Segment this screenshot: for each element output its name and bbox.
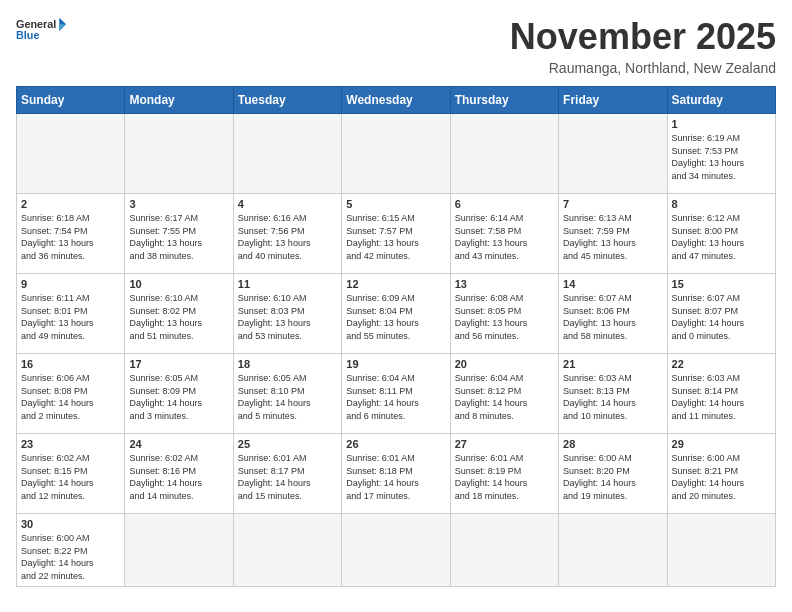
calendar-cell: 24Sunrise: 6:02 AM Sunset: 8:16 PM Dayli… [125,434,233,514]
calendar-cell: 1Sunrise: 6:19 AM Sunset: 7:53 PM Daylig… [667,114,775,194]
calendar-cell [667,514,775,587]
day-info: Sunrise: 6:07 AM Sunset: 8:07 PM Dayligh… [672,292,771,342]
logo: General Blue [16,16,66,46]
calendar-cell: 7Sunrise: 6:13 AM Sunset: 7:59 PM Daylig… [559,194,667,274]
header-friday: Friday [559,87,667,114]
day-info: Sunrise: 6:04 AM Sunset: 8:11 PM Dayligh… [346,372,445,422]
day-info: Sunrise: 6:01 AM Sunset: 8:19 PM Dayligh… [455,452,554,502]
day-info: Sunrise: 6:04 AM Sunset: 8:12 PM Dayligh… [455,372,554,422]
day-number: 30 [21,518,120,530]
calendar-cell: 11Sunrise: 6:10 AM Sunset: 8:03 PM Dayli… [233,274,341,354]
svg-text:General: General [16,18,56,30]
calendar-cell: 8Sunrise: 6:12 AM Sunset: 8:00 PM Daylig… [667,194,775,274]
calendar-cell: 5Sunrise: 6:15 AM Sunset: 7:57 PM Daylig… [342,194,450,274]
header-sunday: Sunday [17,87,125,114]
calendar-cell [342,514,450,587]
logo-icon: General Blue [16,16,66,46]
day-info: Sunrise: 6:07 AM Sunset: 8:06 PM Dayligh… [563,292,662,342]
day-number: 25 [238,438,337,450]
calendar-cell [450,514,558,587]
calendar-cell: 28Sunrise: 6:00 AM Sunset: 8:20 PM Dayli… [559,434,667,514]
calendar-cell [17,114,125,194]
day-number: 17 [129,358,228,370]
day-info: Sunrise: 6:11 AM Sunset: 8:01 PM Dayligh… [21,292,120,342]
day-info: Sunrise: 6:02 AM Sunset: 8:16 PM Dayligh… [129,452,228,502]
day-info: Sunrise: 6:13 AM Sunset: 7:59 PM Dayligh… [563,212,662,262]
calendar: SundayMondayTuesdayWednesdayThursdayFrid… [16,86,776,587]
calendar-cell: 10Sunrise: 6:10 AM Sunset: 8:02 PM Dayli… [125,274,233,354]
day-info: Sunrise: 6:19 AM Sunset: 7:53 PM Dayligh… [672,132,771,182]
svg-text:Blue: Blue [16,29,39,41]
day-number: 23 [21,438,120,450]
calendar-cell: 9Sunrise: 6:11 AM Sunset: 8:01 PM Daylig… [17,274,125,354]
week-row-2: 2Sunrise: 6:18 AM Sunset: 7:54 PM Daylig… [17,194,776,274]
calendar-cell [233,514,341,587]
calendar-cell: 19Sunrise: 6:04 AM Sunset: 8:11 PM Dayli… [342,354,450,434]
day-info: Sunrise: 6:02 AM Sunset: 8:15 PM Dayligh… [21,452,120,502]
calendar-cell [559,114,667,194]
day-info: Sunrise: 6:00 AM Sunset: 8:21 PM Dayligh… [672,452,771,502]
day-info: Sunrise: 6:03 AM Sunset: 8:13 PM Dayligh… [563,372,662,422]
day-number: 7 [563,198,662,210]
calendar-cell: 21Sunrise: 6:03 AM Sunset: 8:13 PM Dayli… [559,354,667,434]
day-number: 1 [672,118,771,130]
day-info: Sunrise: 6:05 AM Sunset: 8:10 PM Dayligh… [238,372,337,422]
day-number: 21 [563,358,662,370]
day-info: Sunrise: 6:03 AM Sunset: 8:14 PM Dayligh… [672,372,771,422]
day-number: 27 [455,438,554,450]
day-number: 2 [21,198,120,210]
day-number: 28 [563,438,662,450]
header-wednesday: Wednesday [342,87,450,114]
calendar-cell: 23Sunrise: 6:02 AM Sunset: 8:15 PM Dayli… [17,434,125,514]
month-title: November 2025 [510,16,776,58]
day-number: 20 [455,358,554,370]
day-info: Sunrise: 6:09 AM Sunset: 8:04 PM Dayligh… [346,292,445,342]
day-info: Sunrise: 6:08 AM Sunset: 8:05 PM Dayligh… [455,292,554,342]
calendar-cell: 4Sunrise: 6:16 AM Sunset: 7:56 PM Daylig… [233,194,341,274]
day-info: Sunrise: 6:12 AM Sunset: 8:00 PM Dayligh… [672,212,771,262]
week-row-4: 16Sunrise: 6:06 AM Sunset: 8:08 PM Dayli… [17,354,776,434]
day-number: 12 [346,278,445,290]
calendar-cell: 18Sunrise: 6:05 AM Sunset: 8:10 PM Dayli… [233,354,341,434]
header-thursday: Thursday [450,87,558,114]
day-info: Sunrise: 6:00 AM Sunset: 8:22 PM Dayligh… [21,532,120,582]
day-info: Sunrise: 6:16 AM Sunset: 7:56 PM Dayligh… [238,212,337,262]
calendar-cell: 17Sunrise: 6:05 AM Sunset: 8:09 PM Dayli… [125,354,233,434]
calendar-cell [125,514,233,587]
location: Raumanga, Northland, New Zealand [510,60,776,76]
day-info: Sunrise: 6:01 AM Sunset: 8:17 PM Dayligh… [238,452,337,502]
day-info: Sunrise: 6:14 AM Sunset: 7:58 PM Dayligh… [455,212,554,262]
day-number: 4 [238,198,337,210]
day-number: 9 [21,278,120,290]
day-number: 16 [21,358,120,370]
week-row-3: 9Sunrise: 6:11 AM Sunset: 8:01 PM Daylig… [17,274,776,354]
day-info: Sunrise: 6:06 AM Sunset: 8:08 PM Dayligh… [21,372,120,422]
day-number: 29 [672,438,771,450]
calendar-cell: 13Sunrise: 6:08 AM Sunset: 8:05 PM Dayli… [450,274,558,354]
day-number: 11 [238,278,337,290]
title-area: November 2025 Raumanga, Northland, New Z… [510,16,776,76]
week-row-1: 1Sunrise: 6:19 AM Sunset: 7:53 PM Daylig… [17,114,776,194]
day-info: Sunrise: 6:00 AM Sunset: 8:20 PM Dayligh… [563,452,662,502]
day-number: 8 [672,198,771,210]
calendar-cell: 26Sunrise: 6:01 AM Sunset: 8:18 PM Dayli… [342,434,450,514]
svg-marker-3 [59,24,66,31]
day-info: Sunrise: 6:18 AM Sunset: 7:54 PM Dayligh… [21,212,120,262]
calendar-cell: 2Sunrise: 6:18 AM Sunset: 7:54 PM Daylig… [17,194,125,274]
calendar-cell: 22Sunrise: 6:03 AM Sunset: 8:14 PM Dayli… [667,354,775,434]
calendar-cell: 30Sunrise: 6:00 AM Sunset: 8:22 PM Dayli… [17,514,125,587]
day-info: Sunrise: 6:17 AM Sunset: 7:55 PM Dayligh… [129,212,228,262]
calendar-cell: 25Sunrise: 6:01 AM Sunset: 8:17 PM Dayli… [233,434,341,514]
day-info: Sunrise: 6:10 AM Sunset: 8:02 PM Dayligh… [129,292,228,342]
calendar-cell [233,114,341,194]
calendar-cell [342,114,450,194]
week-row-5: 23Sunrise: 6:02 AM Sunset: 8:15 PM Dayli… [17,434,776,514]
calendar-cell: 27Sunrise: 6:01 AM Sunset: 8:19 PM Dayli… [450,434,558,514]
calendar-cell: 20Sunrise: 6:04 AM Sunset: 8:12 PM Dayli… [450,354,558,434]
calendar-cell: 29Sunrise: 6:00 AM Sunset: 8:21 PM Dayli… [667,434,775,514]
day-number: 19 [346,358,445,370]
week-row-6: 30Sunrise: 6:00 AM Sunset: 8:22 PM Dayli… [17,514,776,587]
calendar-cell [125,114,233,194]
calendar-cell: 6Sunrise: 6:14 AM Sunset: 7:58 PM Daylig… [450,194,558,274]
header-saturday: Saturday [667,87,775,114]
